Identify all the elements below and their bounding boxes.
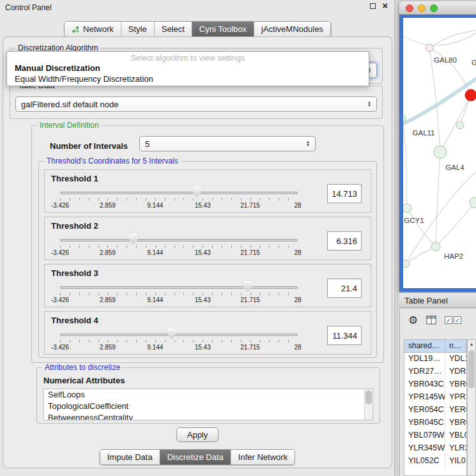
table-cell[interactable]: YLR345W <box>404 442 445 455</box>
node-hap2[interactable] <box>431 242 440 251</box>
list-scrollbar-thumb[interactable] <box>365 390 372 404</box>
threshold-value-field[interactable]: 14.713 <box>327 184 362 203</box>
dropdown-option-equal-width-frequency-discretization[interactable]: Equal Width/Frequency Discretization <box>7 73 369 84</box>
slider-thumb[interactable] <box>129 234 137 245</box>
node[interactable] <box>465 89 476 101</box>
network-canvas[interactable]: GAL80GAL11GAL4GCY1HAP2GA <box>403 18 476 288</box>
network-graph[interactable]: GAL80GAL11GAL4GCY1HAP2GA <box>403 18 476 288</box>
table-cell[interactable]: YBR045C <box>404 417 445 429</box>
scroll-up-icon[interactable]: ▲ <box>468 340 475 346</box>
network-edge[interactable] <box>440 95 471 152</box>
threshold-slider-3[interactable]: -3.4262.8599.14415.4321.71528 <box>60 281 298 305</box>
table-cell[interactable]: YBL079W <box>404 429 445 442</box>
column-header-2[interactable]: n… <box>445 340 466 352</box>
mac-close-icon[interactable] <box>406 4 413 12</box>
attribute-list-item[interactable]: BetweennessCentrality <box>44 412 372 420</box>
tab-infer-network[interactable]: Infer Network <box>231 450 295 464</box>
mac-minimize-icon[interactable] <box>418 4 426 12</box>
tab-select[interactable]: Select <box>154 22 192 36</box>
scale-label: 21.715 <box>240 344 260 351</box>
table-cell[interactable]: YPR1… <box>445 391 466 404</box>
table-cell[interactable]: YBL0… <box>445 429 466 442</box>
select-all-columns-icon[interactable]: ✓ <box>445 316 452 324</box>
close-icon[interactable]: × <box>382 3 388 9</box>
select-columns-icon[interactable]: ✓ <box>454 316 461 324</box>
node-label-clipped: GA <box>472 59 476 66</box>
network-edge[interactable] <box>403 27 476 45</box>
threshold-value-field[interactable]: 21.4 <box>327 279 362 298</box>
network-edge[interactable] <box>407 208 436 247</box>
threshold-slider-1[interactable]: -3.4262.8599.14415.4321.71528 <box>60 187 298 211</box>
table-row[interactable]: YPR145WYPR1… <box>404 391 466 404</box>
node-gcy1[interactable] <box>403 204 411 213</box>
table-row[interactable]: YIL052CYIL0… <box>404 455 466 468</box>
table-row[interactable]: YER054CYER0… <box>404 404 466 417</box>
slider-thumb[interactable] <box>167 328 176 339</box>
table-row[interactable]: YDR27…YDR2… <box>404 365 466 378</box>
network-window-titlebar[interactable] <box>399 1 476 15</box>
threshold-slider-4[interactable]: -3.4262.8599.14415.4321.71528 <box>60 328 298 353</box>
table-data-combobox[interactable]: galFiltered.sif default node ▲▼ <box>15 96 377 112</box>
table-cell[interactable]: YIL052C <box>404 455 445 468</box>
float-window-icon[interactable] <box>370 3 376 9</box>
tab-network[interactable]: Network <box>65 22 121 36</box>
slider-thumb[interactable] <box>193 187 201 197</box>
column-chooser-icon[interactable] <box>426 316 436 325</box>
gear-icon[interactable]: ⚙ <box>408 315 418 326</box>
table-cell[interactable]: YDR2… <box>445 365 466 378</box>
tab-cyni-toolbox[interactable]: Cyni Toolbox <box>192 22 254 36</box>
tab-discretize-data[interactable]: Discretize Data <box>160 450 231 464</box>
slider-track[interactable] <box>60 286 298 289</box>
scale-label: 9.144 <box>147 296 163 303</box>
table-cell[interactable]: YLR3… <box>445 442 466 455</box>
tab-style[interactable]: Style <box>121 22 154 36</box>
table-cell[interactable]: YER0… <box>445 404 466 417</box>
node[interactable] <box>456 121 464 129</box>
table-row[interactable]: YBL079WYBL0… <box>404 429 466 442</box>
dropdown-option-manual-discretization[interactable]: Manual Discretization <box>7 63 369 73</box>
number-of-intervals-combobox[interactable]: 5 ▲▼ <box>139 136 316 151</box>
table-cell[interactable]: YDR27… <box>404 365 445 378</box>
threshold-value-field[interactable]: 6.316 <box>327 231 362 250</box>
list-scrollbar[interactable] <box>364 389 372 420</box>
slider-track[interactable] <box>60 334 298 336</box>
node-table: shared…n… YDL19…YDL1…YDR27…YDR2…YBR043CY… <box>404 339 467 476</box>
table-row[interactable]: YBR043CYBR0… <box>404 378 466 391</box>
node-gal80[interactable] <box>426 44 433 52</box>
table-cell[interactable]: YBR0… <box>445 417 466 429</box>
network-edge[interactable] <box>403 118 407 208</box>
table-cell[interactable]: YER054C <box>404 404 445 417</box>
table-cell[interactable]: YPR145W <box>404 391 445 404</box>
threshold-slider-2[interactable]: -3.4262.8599.14415.4321.71528 <box>60 234 298 258</box>
network-edge[interactable] <box>403 72 476 125</box>
attribute-list-item[interactable]: SelfLoops <box>44 389 372 401</box>
network-edge[interactable] <box>406 247 436 264</box>
table-row[interactable]: YBR045CYBR0… <box>404 417 466 429</box>
threshold-value-field[interactable]: 11.344 <box>327 326 362 345</box>
table-cell[interactable]: YIL0… <box>445 455 466 468</box>
tab-jactivemnodules[interactable]: jActiveMNodules <box>254 22 330 36</box>
table-cell[interactable]: YDL1… <box>445 353 466 365</box>
attribute-list-item[interactable]: TopologicalCoefficient <box>44 401 372 412</box>
node[interactable] <box>470 197 476 208</box>
column-header-1[interactable]: shared… <box>404 340 445 352</box>
slider-track[interactable] <box>60 192 298 194</box>
slider-track[interactable] <box>60 239 298 242</box>
node[interactable] <box>403 260 410 268</box>
table-cell[interactable]: YDL19… <box>404 353 445 365</box>
table-cell[interactable]: YBR0… <box>445 378 466 391</box>
network-edge[interactable] <box>436 203 475 247</box>
scale-label: 28 <box>294 296 301 303</box>
node-gal4[interactable] <box>434 146 447 158</box>
table-row[interactable]: YDL19…YDL1… <box>404 353 466 365</box>
table-row[interactable]: YLR345WYLR3… <box>404 442 466 455</box>
tab-impute-data[interactable]: Impute Data <box>100 450 160 464</box>
apply-button[interactable]: Apply <box>176 427 219 442</box>
mac-zoom-icon[interactable] <box>430 4 438 12</box>
table-cell[interactable]: YBR043C <box>404 378 445 391</box>
table-scrollbar-thumb[interactable] <box>468 350 475 388</box>
slider-thumb[interactable] <box>243 281 252 292</box>
table-scrollbar[interactable]: ▲ <box>467 339 476 476</box>
network-edge[interactable] <box>436 152 440 247</box>
attributes-listbox[interactable]: SelfLoopsTopologicalCoefficientBetweenne… <box>43 388 373 420</box>
